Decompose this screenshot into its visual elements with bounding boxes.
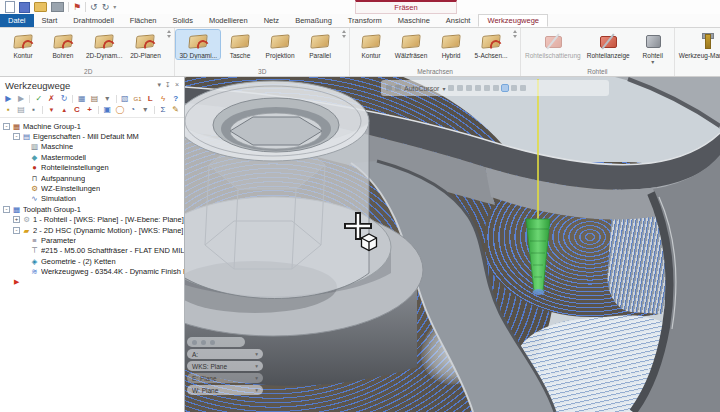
post-g1-icon[interactable]: G1 (132, 94, 143, 104)
post-icon[interactable]: ▪ (28, 105, 39, 115)
customize-qat-icon[interactable]: ▾ (113, 2, 116, 12)
help-icon[interactable]: ? (170, 94, 181, 104)
analyze-icon[interactable]: ϟ (158, 94, 169, 104)
expand-icon[interactable]: + (13, 216, 20, 223)
tab-datei[interactable]: Datei (0, 14, 34, 27)
snap-icon[interactable] (520, 85, 526, 91)
lock-icon[interactable]: ▪ (3, 105, 14, 115)
ribbon-item-rohteil[interactable]: Rohteil ▾ (633, 30, 673, 64)
panel-close-icon[interactable]: × (175, 81, 179, 89)
grid-icon[interactable] (386, 85, 392, 91)
chevron-down-icon[interactable]: ▾ (442, 85, 445, 92)
edit-icon[interactable]: ✎ (170, 105, 181, 115)
tree-row[interactable]: ⊓ Aufspannung (0, 173, 184, 183)
tree-row[interactable]: - ▤ Eigenschaften - Mill Default MM (0, 131, 184, 141)
flag-icon[interactable]: ⚑ (73, 2, 81, 12)
snap-icon[interactable] (493, 85, 499, 91)
tab-solids[interactable]: Solids (164, 14, 200, 27)
tab-drahtmodell[interactable]: Drahtmodell (65, 14, 121, 27)
verify-icon[interactable]: ▦ (76, 94, 87, 104)
ribbon-item-waelzfraesen[interactable]: Wälzfräsen (391, 30, 431, 59)
tab-flaechen[interactable]: Flächen (122, 14, 165, 27)
ribbon-item-bohren[interactable]: Bohren (43, 30, 83, 59)
group-scroll-arrows[interactable] (511, 30, 519, 38)
ribbon-item-kontur-2d[interactable]: Kontur (3, 30, 43, 59)
snap-icon[interactable] (475, 85, 481, 91)
tree-row[interactable]: - ▦ Machine Group-1 (0, 121, 184, 131)
select-no-operations-icon[interactable]: ▶ (16, 94, 27, 104)
ribbon-item-projektion[interactable]: Projektion (260, 30, 300, 59)
insert-arrow-icon[interactable]: + (84, 105, 95, 115)
ribbon-item-2d-dynamik[interactable]: 2D-Dynam... (83, 30, 125, 59)
ribbon-item-2d-planen[interactable]: 2D-Planen (125, 30, 165, 59)
expand-icon[interactable]: - (3, 123, 10, 130)
overlay-quick-icons[interactable] (187, 337, 245, 347)
chevron-down-icon[interactable]: ▾ (140, 105, 151, 115)
ribbon-item-rohteilanzeige[interactable]: Rohteilanzeige (584, 30, 633, 59)
snap-icon[interactable] (466, 85, 472, 91)
tree-row[interactable]: ⊤ #215 - M5.00 Schaftfräser - FLAT END M… (0, 246, 184, 256)
move-up-icon[interactable]: ▲ (59, 105, 70, 115)
autocursor-toolbar[interactable]: AutoCursor ▾ (381, 80, 609, 96)
tab-netz[interactable]: Netz (256, 14, 287, 27)
ribbon-item-parallel[interactable]: Parallel (300, 30, 340, 59)
expand-icon[interactable]: - (13, 227, 20, 234)
insert-position-marker[interactable]: ▶ (0, 277, 184, 287)
overlay-icon[interactable] (210, 340, 215, 345)
tree-row[interactable]: ● Rohteileinstellungen (0, 163, 184, 173)
donut-icon[interactable]: ◯ (115, 105, 126, 115)
tab-start[interactable]: Start (34, 14, 66, 27)
history-icon[interactable]: ◔ (127, 105, 138, 115)
snap-icon[interactable] (484, 85, 490, 91)
redo-icon[interactable]: ↻ (102, 2, 110, 12)
regen-all-icon[interactable]: ✗ (46, 94, 57, 104)
ribbon-item-tasche[interactable]: Tasche (220, 30, 260, 59)
overlay-icon[interactable] (192, 340, 197, 345)
selection-mode-icon[interactable] (502, 85, 508, 91)
tree-row[interactable]: ∿ Simulation (0, 194, 184, 204)
panel-pin-icon[interactable]: ↧ (165, 81, 171, 89)
backplot-icon[interactable]: ▧ (120, 94, 131, 104)
tree-row[interactable]: - ▦ Toolpath Group-1 (0, 204, 184, 214)
cplane-overlay[interactable]: E: Plane ▾ (187, 373, 263, 383)
section-view-icon[interactable]: L (145, 94, 156, 104)
sheet-icon[interactable]: ▤ (16, 105, 27, 115)
panel-collapse-icon[interactable]: ▾ (158, 81, 162, 89)
tab-werkzeugwege[interactable]: Werkzeugwege (478, 14, 548, 27)
move-down-icon[interactable]: ▼ (46, 105, 57, 115)
tab-bemassung[interactable]: Bemaßung (287, 14, 340, 27)
wcs-overlay[interactable]: WKS: Plane ▾ (187, 361, 263, 371)
axis-overlay[interactable]: A: ▾ (187, 349, 263, 359)
machine-simulation-icon[interactable]: ▤ (89, 94, 100, 104)
tree-row[interactable]: - ▰ 2 - 2D HSC (Dynamic Motion) - [WKS: … (0, 225, 184, 235)
chevron-down-icon[interactable]: ▾ (102, 94, 113, 104)
new-file-icon[interactable] (5, 1, 15, 13)
undo-icon[interactable]: ↺ (90, 2, 98, 12)
cursor-mode-icon[interactable] (395, 85, 401, 91)
print-icon[interactable] (51, 2, 64, 12)
collapse-tree-icon[interactable]: C (71, 105, 82, 115)
ribbon-item-hybrid[interactable]: Hybrid (431, 30, 471, 59)
select-all-operations-icon[interactable]: ▶ (3, 94, 14, 104)
tab-ansicht[interactable]: Ansicht (438, 14, 479, 27)
expand-icon[interactable]: - (13, 133, 20, 140)
snap-icon[interactable] (448, 85, 454, 91)
overlay-icon[interactable] (201, 340, 206, 345)
tab-maschine[interactable]: Maschine (390, 14, 438, 27)
ribbon-item-werkzeug-manager[interactable]: Werkzeug-Manager (676, 30, 720, 59)
group-scroll-arrows[interactable] (340, 30, 348, 38)
tab-transform[interactable]: Transform (340, 14, 390, 27)
expand-icon[interactable]: - (3, 206, 10, 213)
tree-row[interactable]: ◆ Mastermodell (0, 152, 184, 162)
regen-dirty-icon[interactable]: ↻ (59, 94, 70, 104)
snap-icon[interactable] (511, 85, 517, 91)
regen-selected-icon[interactable]: ✓ (33, 94, 44, 104)
group-scroll-arrows[interactable] (165, 30, 173, 38)
tree-row[interactable]: ◈ Geometrie - (2) Ketten (0, 256, 184, 266)
ribbon-item-5-achsen[interactable]: 5-Achsen... (471, 30, 511, 59)
tree-row[interactable]: + ⚙ 1 - Rohteil - [WKS: Plane] - [W-Eben… (0, 215, 184, 225)
select-window-icon[interactable]: ▣ (102, 105, 113, 115)
tree-row[interactable]: ≋ Werkzeugweg - 6354.4K - Dynamic Finish… (0, 266, 184, 276)
tree-row[interactable]: ≡ Parameter (0, 235, 184, 245)
tree-row[interactable]: ▥ Maschine (0, 142, 184, 152)
